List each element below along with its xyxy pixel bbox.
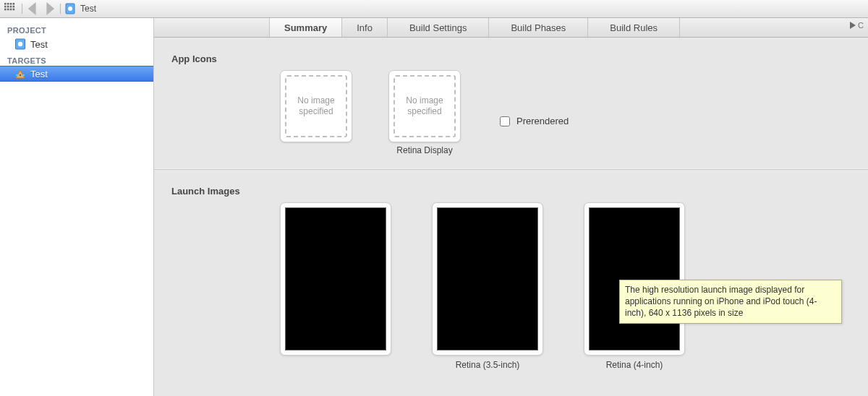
editor-main: Summary Info Build Settings Build Phases… xyxy=(154,18,868,396)
breadcrumb-project[interactable]: Test xyxy=(80,4,96,14)
tab-build-rules[interactable]: Build Rules xyxy=(587,18,680,37)
svg-rect-1 xyxy=(7,3,9,5)
sidebar-heading-project: PROJECT xyxy=(0,22,153,36)
svg-rect-4 xyxy=(4,6,7,8)
svg-rect-10 xyxy=(10,9,12,11)
tab-summary[interactable]: Summary xyxy=(269,18,342,37)
divider xyxy=(60,4,61,14)
navigator-sidebar: PROJECT Test TARGETS Test xyxy=(0,18,154,396)
run-indicator[interactable]: C xyxy=(849,21,864,30)
section-title: Launch Images xyxy=(171,186,851,197)
svg-rect-7 xyxy=(13,6,15,8)
placeholder-text: No image specified xyxy=(395,95,454,117)
related-files-icon[interactable] xyxy=(4,3,17,14)
sidebar-target-item[interactable]: Test xyxy=(0,66,153,82)
run-indicator-label: C xyxy=(858,21,864,30)
sidebar-heading-targets: TARGETS xyxy=(0,52,153,66)
tooltip: The high resolution launch image display… xyxy=(619,280,842,324)
svg-rect-9 xyxy=(7,9,9,11)
launch-image-preview xyxy=(437,207,538,350)
prerendered-label: Prerendered xyxy=(516,116,569,126)
svg-rect-8 xyxy=(4,9,7,11)
app-icon-well-standard[interactable]: No image specified xyxy=(280,70,352,142)
placeholder-text: No image specified xyxy=(286,95,346,117)
launch-image-well-standard[interactable] xyxy=(280,202,391,356)
launch-image-well-retina35[interactable] xyxy=(432,202,543,356)
tab-build-settings[interactable]: Build Settings xyxy=(387,18,490,37)
forward-icon[interactable] xyxy=(43,3,56,14)
sidebar-item-label: Test xyxy=(30,69,48,79)
svg-rect-0 xyxy=(4,3,7,5)
launch-image-preview xyxy=(285,207,386,350)
tab-build-phases[interactable]: Build Phases xyxy=(488,18,588,37)
project-file-icon xyxy=(65,3,75,14)
svg-rect-6 xyxy=(10,6,12,8)
svg-marker-16 xyxy=(16,70,25,78)
svg-rect-18 xyxy=(22,74,25,76)
svg-rect-17 xyxy=(16,74,19,76)
launch-image-well-retina4[interactable] xyxy=(584,202,685,356)
well-caption: Retina Display xyxy=(396,145,452,156)
target-tabbar: Summary Info Build Settings Build Phases… xyxy=(154,18,868,38)
tab-info[interactable]: Info xyxy=(341,18,388,37)
svg-rect-11 xyxy=(13,9,15,11)
section-title: App Icons xyxy=(171,53,851,64)
well-caption: Retina (4-inch) xyxy=(606,360,663,371)
section-launch-images: Launch Images Retina (3.5-inch) xyxy=(154,170,868,384)
svg-point-19 xyxy=(20,74,21,76)
svg-rect-3 xyxy=(13,3,15,5)
svg-rect-5 xyxy=(7,6,9,8)
prerendered-checkbox-row: Prerendered xyxy=(497,114,569,129)
svg-rect-2 xyxy=(10,3,12,5)
well-caption: Retina (3.5-inch) xyxy=(456,360,520,371)
launch-image-preview xyxy=(589,207,680,350)
app-target-icon xyxy=(14,68,26,79)
sidebar-project-item[interactable]: Test xyxy=(0,36,153,52)
section-app-icons: App Icons No image specified No image sp… xyxy=(154,38,868,170)
prerendered-checkbox[interactable] xyxy=(500,116,510,126)
svg-point-15 xyxy=(18,42,22,46)
divider xyxy=(22,4,22,14)
app-icon-well-retina[interactable]: No image specified xyxy=(388,70,461,142)
summary-content: App Icons No image specified No image sp… xyxy=(154,38,868,396)
svg-point-13 xyxy=(68,7,72,11)
breadcrumb-bar: Test xyxy=(0,0,868,18)
project-file-icon xyxy=(14,38,26,50)
sidebar-item-label: Test xyxy=(30,39,48,50)
back-icon[interactable] xyxy=(27,3,40,14)
